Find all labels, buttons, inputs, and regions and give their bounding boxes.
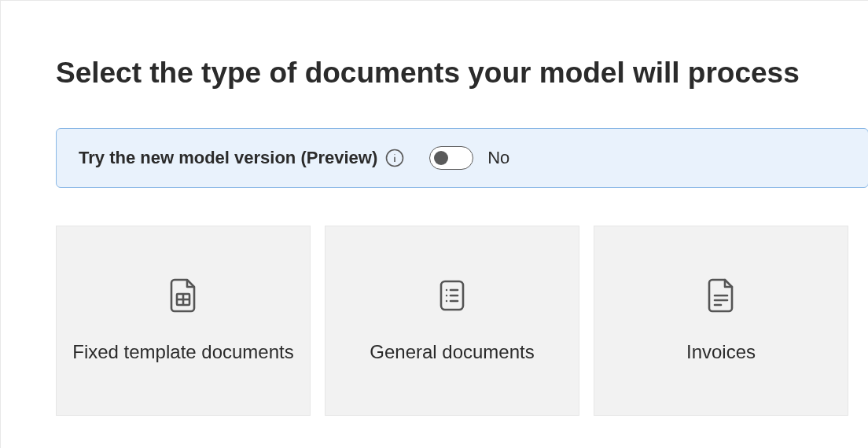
preview-banner: Try the new model version (Preview) No — [56, 128, 868, 188]
file-table-icon — [164, 277, 202, 314]
card-label: Fixed template documents — [57, 340, 309, 365]
page-title: Select the type of documents your model … — [56, 56, 868, 90]
svg-point-1 — [395, 154, 395, 155]
card-invoices[interactable]: Invoices — [594, 226, 848, 416]
svg-point-7 — [446, 289, 447, 291]
card-fixed-template[interactable]: Fixed template documents — [56, 226, 311, 416]
document-type-cards: Fixed template documents General documen… — [56, 226, 868, 416]
preview-toggle[interactable] — [429, 146, 473, 170]
toggle-state-label: No — [487, 148, 509, 168]
svg-point-9 — [446, 295, 447, 296]
info-icon[interactable] — [385, 149, 404, 167]
preview-label: Try the new model version (Preview) — [79, 148, 377, 168]
file-lines-icon — [702, 277, 740, 314]
card-label: Invoices — [671, 340, 771, 365]
card-label: General documents — [354, 340, 550, 365]
svg-point-11 — [446, 300, 447, 302]
toggle-knob-icon — [434, 151, 448, 165]
file-bullets-icon — [433, 277, 471, 314]
card-general-documents[interactable]: General documents — [325, 226, 579, 416]
